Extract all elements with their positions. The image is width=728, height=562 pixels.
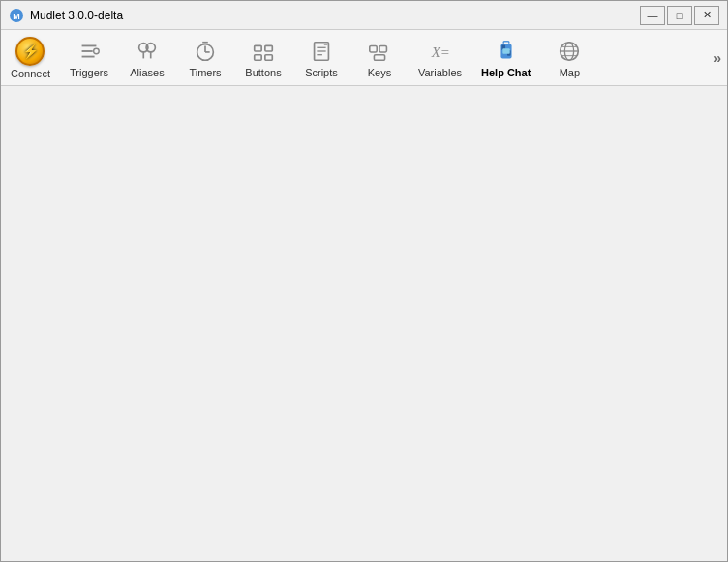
- window-title: Mudlet 3.0.0-delta: [30, 9, 640, 22]
- svg-point-5: [94, 48, 100, 54]
- scripts-label: Scripts: [305, 67, 338, 78]
- close-button[interactable]: ✕: [694, 6, 719, 25]
- map-label: Map: [560, 67, 580, 78]
- timers-label: Timers: [189, 67, 221, 78]
- svg-rect-16: [255, 54, 261, 60]
- toolbar-item-scripts[interactable]: Scripts: [292, 30, 350, 85]
- toolbar-item-map[interactable]: Map: [540, 30, 598, 85]
- svg-rect-25: [374, 54, 384, 60]
- app-window: M Mudlet 3.0.0-delta — □ ✕ Connect: [0, 0, 728, 562]
- toolbar-item-buttons[interactable]: Buttons: [234, 30, 292, 85]
- help-chat-label: Help Chat: [481, 67, 531, 78]
- toolbar-item-keys[interactable]: Keys: [350, 30, 409, 85]
- keys-label: Keys: [368, 67, 391, 78]
- scripts-icon: [308, 38, 335, 65]
- timers-icon: [192, 38, 219, 65]
- aliases-icon: [134, 38, 161, 65]
- svg-rect-30: [502, 48, 509, 54]
- overflow-label: »: [713, 50, 721, 66]
- svg-rect-14: [255, 45, 261, 51]
- toolbar-item-connect[interactable]: Connect: [1, 30, 60, 85]
- toolbar-item-aliases[interactable]: Aliases: [118, 30, 176, 85]
- maximize-button[interactable]: □: [667, 6, 692, 25]
- svg-rect-17: [265, 54, 272, 60]
- main-content: [1, 86, 727, 561]
- svg-text:M: M: [13, 12, 20, 21]
- svg-rect-24: [379, 45, 386, 52]
- svg-text:X=: X=: [430, 44, 449, 59]
- minimize-button[interactable]: —: [640, 6, 665, 25]
- toolbar-item-help-chat[interactable]: Help Chat: [471, 30, 540, 85]
- toolbar-item-variables[interactable]: X= Variables: [409, 30, 471, 85]
- triggers-icon: [76, 38, 103, 65]
- variables-label: Variables: [418, 67, 462, 78]
- buttons-label: Buttons: [245, 67, 281, 78]
- toolbar-item-timers[interactable]: Timers: [176, 30, 234, 85]
- svg-rect-15: [265, 45, 272, 51]
- variables-icon: X=: [427, 38, 454, 65]
- toolbar-item-triggers[interactable]: Triggers: [60, 30, 118, 85]
- window-controls: — □ ✕: [640, 6, 719, 25]
- map-icon: [556, 38, 583, 65]
- connect-icon: [15, 37, 45, 66]
- keys-icon: [366, 38, 393, 65]
- svg-rect-23: [370, 45, 377, 52]
- toolbar: Connect Triggers: [1, 30, 727, 86]
- aliases-label: Aliases: [130, 67, 164, 78]
- buttons-icon: [250, 38, 277, 65]
- triggers-label: Triggers: [70, 67, 108, 78]
- connect-label: Connect: [11, 68, 50, 79]
- title-bar: M Mudlet 3.0.0-delta — □ ✕: [1, 1, 727, 30]
- app-icon: M: [9, 8, 24, 23]
- help-chat-icon: [493, 38, 520, 65]
- toolbar-overflow-button[interactable]: »: [708, 30, 727, 85]
